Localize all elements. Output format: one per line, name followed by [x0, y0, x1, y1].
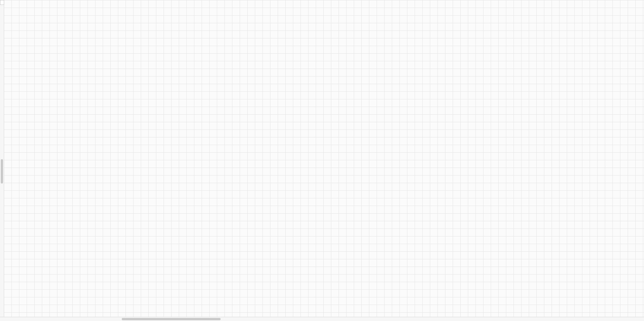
left-scrollbar-track [0, 0, 4, 321]
bottom-scrollbar-track [0, 317, 644, 321]
schematic-canvas[interactable] [0, 0, 644, 321]
schematic-svg [0, 0, 644, 321]
vertical-scrollbar-thumb[interactable] [1, 159, 3, 184]
canvas-corner-box [0, 0, 4, 5]
horizontal-scrollbar-thumb[interactable] [122, 318, 221, 320]
